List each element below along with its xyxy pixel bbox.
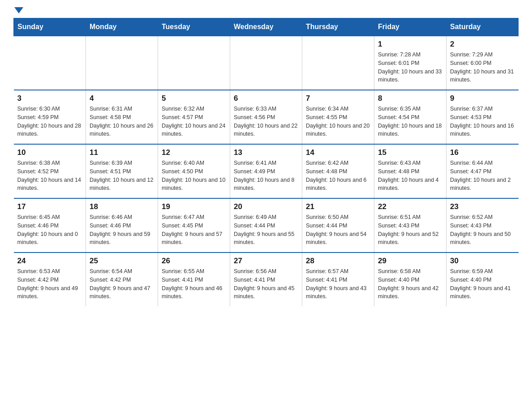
day-number: 18 [90, 202, 154, 211]
page-wrapper: SundayMondayTuesdayWednesdayThursdayFrid… [0, 0, 532, 320]
day-number: 26 [162, 257, 226, 265]
day-number: 7 [306, 94, 370, 103]
day-cell: 19Sunrise: 6:47 AMSunset: 4:45 PMDayligh… [158, 198, 230, 253]
week-row-2: 3Sunrise: 6:30 AMSunset: 4:59 PMDaylight… [14, 90, 519, 144]
day-info: Sunrise: 6:40 AMSunset: 4:50 PMDaylight:… [162, 159, 226, 193]
day-info: Sunrise: 6:45 AMSunset: 4:46 PMDaylight:… [17, 213, 82, 247]
week-row-5: 24Sunrise: 6:53 AMSunset: 4:42 PMDayligh… [14, 253, 519, 306]
day-info: Sunrise: 6:34 AMSunset: 4:55 PMDaylight:… [306, 105, 370, 138]
day-cell: 20Sunrise: 6:49 AMSunset: 4:44 PMDayligh… [230, 198, 302, 253]
calendar-body: 1Sunrise: 7:28 AMSunset: 6:01 PMDaylight… [14, 36, 519, 306]
day-cell: 13Sunrise: 6:41 AMSunset: 4:49 PMDayligh… [230, 144, 302, 198]
day-number: 15 [378, 148, 442, 157]
day-info: Sunrise: 6:31 AMSunset: 4:58 PMDaylight:… [90, 105, 154, 138]
day-info: Sunrise: 6:38 AMSunset: 4:52 PMDaylight:… [17, 159, 82, 193]
day-number: 27 [234, 257, 298, 265]
day-cell: 18Sunrise: 6:46 AMSunset: 4:46 PMDayligh… [86, 198, 158, 253]
weekday-header-thursday: Thursday [302, 18, 374, 36]
day-cell: 27Sunrise: 6:56 AMSunset: 4:41 PMDayligh… [230, 253, 302, 306]
day-number: 30 [450, 257, 515, 265]
day-cell: 7Sunrise: 6:34 AMSunset: 4:55 PMDaylight… [302, 90, 374, 144]
weekday-header-saturday: Saturday [446, 18, 519, 36]
day-cell: 30Sunrise: 6:59 AMSunset: 4:40 PMDayligh… [446, 253, 519, 306]
day-info: Sunrise: 6:53 AMSunset: 4:42 PMDaylight:… [17, 267, 82, 301]
day-cell: 5Sunrise: 6:32 AMSunset: 4:57 PMDaylight… [158, 90, 230, 144]
day-number: 21 [306, 202, 370, 211]
day-cell: 28Sunrise: 6:57 AMSunset: 4:41 PMDayligh… [302, 253, 374, 306]
day-cell [14, 36, 86, 90]
day-number: 28 [306, 257, 370, 265]
day-info: Sunrise: 6:43 AMSunset: 4:48 PMDaylight:… [378, 159, 442, 193]
day-info: Sunrise: 6:32 AMSunset: 4:57 PMDaylight:… [162, 105, 226, 138]
day-cell: 21Sunrise: 6:50 AMSunset: 4:44 PMDayligh… [302, 198, 374, 253]
day-info: Sunrise: 6:42 AMSunset: 4:48 PMDaylight:… [306, 159, 370, 193]
day-number: 22 [378, 202, 442, 211]
day-cell: 23Sunrise: 6:52 AMSunset: 4:43 PMDayligh… [446, 198, 519, 253]
day-cell [302, 36, 374, 90]
weekday-header-row: SundayMondayTuesdayWednesdayThursdayFrid… [14, 18, 519, 36]
day-number: 13 [234, 148, 298, 157]
day-info: Sunrise: 6:35 AMSunset: 4:54 PMDaylight:… [378, 105, 442, 138]
day-cell [158, 36, 230, 90]
day-cell: 12Sunrise: 6:40 AMSunset: 4:50 PMDayligh… [158, 144, 230, 198]
logo-text [13, 9, 23, 13]
day-number: 6 [234, 94, 298, 103]
weekday-header-friday: Friday [374, 18, 446, 36]
day-info: Sunrise: 6:58 AMSunset: 4:40 PMDaylight:… [378, 267, 442, 301]
day-info: Sunrise: 6:56 AMSunset: 4:41 PMDaylight:… [234, 267, 298, 301]
day-info: Sunrise: 6:57 AMSunset: 4:41 PMDaylight:… [306, 267, 370, 301]
day-info: Sunrise: 6:30 AMSunset: 4:59 PMDaylight:… [17, 105, 82, 138]
day-cell [230, 36, 302, 90]
day-number: 5 [162, 94, 226, 103]
week-row-4: 17Sunrise: 6:45 AMSunset: 4:46 PMDayligh… [14, 198, 519, 253]
day-number: 14 [306, 148, 370, 157]
day-info: Sunrise: 6:59 AMSunset: 4:40 PMDaylight:… [450, 267, 515, 301]
day-info: Sunrise: 6:52 AMSunset: 4:43 PMDaylight:… [450, 213, 515, 247]
weekday-header-wednesday: Wednesday [230, 18, 302, 36]
day-cell: 22Sunrise: 6:51 AMSunset: 4:43 PMDayligh… [374, 198, 446, 253]
day-number: 24 [17, 257, 82, 265]
day-cell: 24Sunrise: 6:53 AMSunset: 4:42 PMDayligh… [14, 253, 86, 306]
day-cell [86, 36, 158, 90]
day-cell: 10Sunrise: 6:38 AMSunset: 4:52 PMDayligh… [14, 144, 86, 198]
day-cell: 1Sunrise: 7:28 AMSunset: 6:01 PMDaylight… [374, 36, 446, 90]
day-cell: 4Sunrise: 6:31 AMSunset: 4:58 PMDaylight… [86, 90, 158, 144]
weekday-header-monday: Monday [86, 18, 158, 36]
day-number: 17 [17, 202, 82, 211]
day-cell: 8Sunrise: 6:35 AMSunset: 4:54 PMDaylight… [374, 90, 446, 144]
calendar-header: SundayMondayTuesdayWednesdayThursdayFrid… [14, 18, 519, 36]
day-info: Sunrise: 6:46 AMSunset: 4:46 PMDaylight:… [90, 213, 154, 247]
logo-triangle-icon [14, 7, 23, 13]
day-info: Sunrise: 6:50 AMSunset: 4:44 PMDaylight:… [306, 213, 370, 247]
day-info: Sunrise: 6:54 AMSunset: 4:42 PMDaylight:… [90, 267, 154, 301]
calendar-table: SundayMondayTuesdayWednesdayThursdayFrid… [13, 18, 519, 306]
header [13, 9, 519, 13]
week-row-1: 1Sunrise: 7:28 AMSunset: 6:01 PMDaylight… [14, 36, 519, 90]
day-number: 20 [234, 202, 298, 211]
day-cell: 6Sunrise: 6:33 AMSunset: 4:56 PMDaylight… [230, 90, 302, 144]
day-number: 1 [378, 40, 442, 49]
logo-area [13, 9, 23, 13]
weekday-header-sunday: Sunday [14, 18, 86, 36]
day-cell: 17Sunrise: 6:45 AMSunset: 4:46 PMDayligh… [14, 198, 86, 253]
day-cell: 29Sunrise: 6:58 AMSunset: 4:40 PMDayligh… [374, 253, 446, 306]
day-number: 29 [378, 257, 442, 265]
day-info: Sunrise: 6:47 AMSunset: 4:45 PMDaylight:… [162, 213, 226, 247]
day-number: 11 [90, 148, 154, 157]
weekday-header-tuesday: Tuesday [158, 18, 230, 36]
day-number: 9 [450, 94, 515, 103]
day-info: Sunrise: 6:37 AMSunset: 4:53 PMDaylight:… [450, 105, 515, 138]
day-info: Sunrise: 7:28 AMSunset: 6:01 PMDaylight:… [378, 51, 442, 84]
day-info: Sunrise: 6:44 AMSunset: 4:47 PMDaylight:… [450, 159, 515, 193]
day-cell: 25Sunrise: 6:54 AMSunset: 4:42 PMDayligh… [86, 253, 158, 306]
day-cell: 2Sunrise: 7:29 AMSunset: 6:00 PMDaylight… [446, 36, 519, 90]
day-info: Sunrise: 6:33 AMSunset: 4:56 PMDaylight:… [234, 105, 298, 138]
day-number: 25 [90, 257, 154, 265]
day-cell: 11Sunrise: 6:39 AMSunset: 4:51 PMDayligh… [86, 144, 158, 198]
day-cell: 14Sunrise: 6:42 AMSunset: 4:48 PMDayligh… [302, 144, 374, 198]
day-info: Sunrise: 6:41 AMSunset: 4:49 PMDaylight:… [234, 159, 298, 193]
day-number: 12 [162, 148, 226, 157]
day-cell: 3Sunrise: 6:30 AMSunset: 4:59 PMDaylight… [14, 90, 86, 144]
day-info: Sunrise: 7:29 AMSunset: 6:00 PMDaylight:… [450, 51, 515, 84]
day-number: 10 [17, 148, 82, 157]
